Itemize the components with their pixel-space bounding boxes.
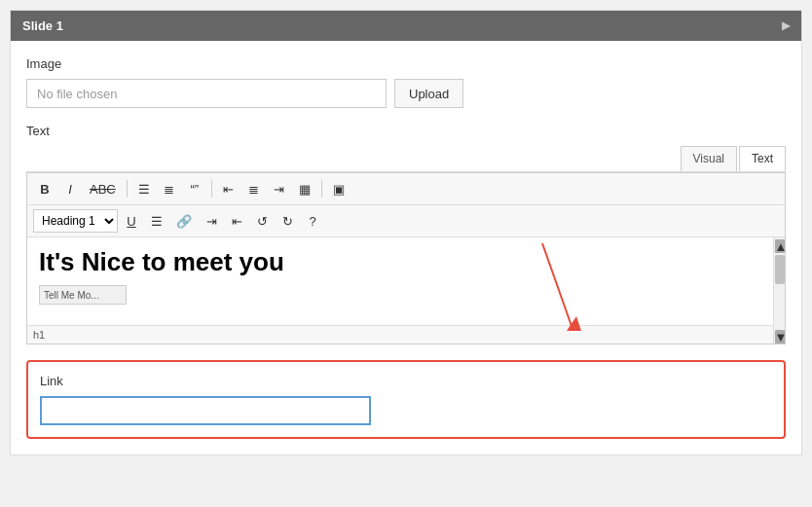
footer-tag: h1 [33,329,45,341]
undo-button[interactable]: ↺ [250,209,274,233]
underline-button[interactable]: U [120,209,143,233]
justify-button[interactable]: ▦ [293,177,316,200]
file-chosen-display: No file chosen [26,79,387,108]
slide-title: Slide 1 [22,18,63,33]
editor-main: It's Nice to meet you Tell Me Mo... h1 [27,237,773,344]
indent-out-button[interactable]: ⇥ [200,209,223,233]
help-button[interactable]: ? [301,209,324,233]
link-button[interactable]: 🔗 [170,209,198,233]
redo-button[interactable]: ↻ [276,209,299,233]
editor-scrollbar[interactable]: ▲ ▼ [773,237,785,344]
editor-body[interactable]: It's Nice to meet you Tell Me Mo... [27,237,773,325]
bold-button[interactable]: B [33,177,56,200]
slide-panel: Slide 1 ▶ Image No file chosen Upload Te… [10,10,802,455]
strikethrough-button[interactable]: ABC [84,177,122,200]
link-input[interactable] [40,396,371,425]
toolbar-separator-3 [321,180,322,198]
align-right-button[interactable]: ⇥ [268,177,291,200]
indent-in-button[interactable]: ⇤ [225,209,248,233]
list-button[interactable]: ☰ [145,209,168,233]
upload-button[interactable]: Upload [394,79,463,108]
italic-button[interactable]: I [58,177,82,200]
text-label: Text [26,124,786,138]
text-section: Text Visual Text B I ABC ☰ ≣ “” ⇤ [26,124,786,344]
ordered-list-button[interactable]: ≣ [158,177,181,200]
scrollbar-up-arrow[interactable]: ▲ [775,239,785,253]
scrollbar-down-arrow[interactable]: ▼ [775,330,785,344]
image-label: Image [26,56,786,71]
editor-h1-content: It's Nice to meet you [39,247,761,277]
editor-wrapper: B I ABC ☰ ≣ “” ⇤ ≣ ⇥ ▦ ▣ [26,172,786,344]
slide-header[interactable]: Slide 1 ▶ [11,11,801,41]
tab-text[interactable]: Text [739,146,786,171]
editor-area: It's Nice to meet you Tell Me Mo... h1 ▲ [27,237,785,344]
link-label: Link [40,374,772,388]
toolbar-separator-2 [211,180,212,198]
format-indicator: Tell Me Mo... [39,285,127,305]
toolbar-separator-1 [127,180,128,198]
toolbar-row2: Heading 1 Heading 2 Heading 3 Paragraph … [27,205,785,237]
toolbar-row1: B I ABC ☰ ≣ “” ⇤ ≣ ⇥ ▦ ▣ [27,173,785,205]
image-row: No file chosen Upload [26,79,786,108]
tab-visual[interactable]: Visual [681,146,737,171]
unordered-list-button[interactable]: ☰ [132,177,156,200]
slide-expand-arrow[interactable]: ▶ [782,19,790,32]
special-chars-button[interactable]: ▣ [327,177,351,200]
blockquote-button[interactable]: “” [183,177,206,200]
editor-footer: h1 [27,325,773,344]
slide-content: Image No file chosen Upload Text Visual … [11,41,801,454]
image-section: Image No file chosen Upload [26,56,786,108]
align-left-button[interactable]: ⇤ [217,177,240,200]
heading-select[interactable]: Heading 1 Heading 2 Heading 3 Paragraph [33,209,118,233]
align-center-button[interactable]: ≣ [242,177,266,200]
link-section: Link [26,360,786,439]
scrollbar-thumb[interactable] [775,255,785,284]
editor-tabs: Visual Text [26,146,786,172]
